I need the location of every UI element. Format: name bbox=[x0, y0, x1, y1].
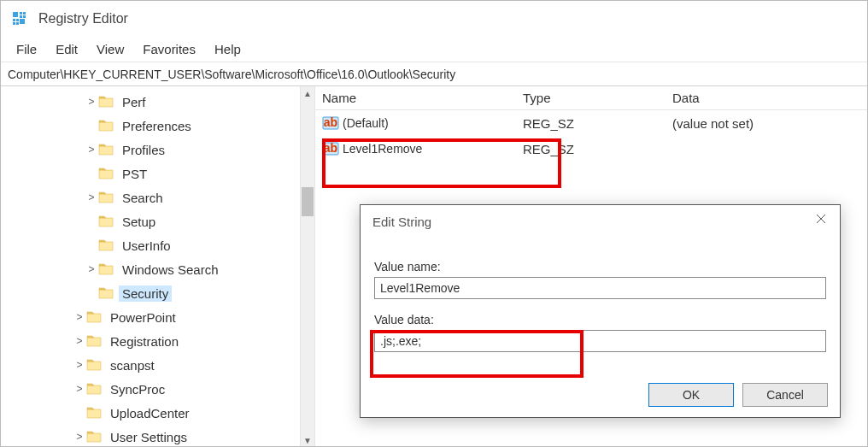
tree-item-userinfo[interactable]: UserInfo bbox=[1, 233, 314, 257]
column-name[interactable]: Name bbox=[315, 87, 516, 109]
svg-rect-4 bbox=[23, 15, 26, 18]
string-value-icon: ab bbox=[322, 141, 339, 156]
svg-rect-2 bbox=[23, 12, 26, 15]
svg-rect-5 bbox=[13, 19, 15, 21]
tree-item-setup[interactable]: Setup bbox=[1, 209, 314, 233]
tree-item-powerpoint[interactable]: >PowerPoint bbox=[1, 305, 314, 329]
chevron-icon[interactable]: > bbox=[74, 431, 85, 443]
folder-icon bbox=[98, 119, 114, 132]
chevron-icon[interactable]: > bbox=[86, 144, 97, 156]
address-text: Computer\HKEY_CURRENT_USER\Software\Micr… bbox=[8, 68, 455, 81]
tree-item-label: Search bbox=[119, 190, 167, 206]
value-data-field[interactable] bbox=[374, 330, 826, 352]
tree-item-label: UploadCenter bbox=[107, 405, 193, 421]
chevron-icon[interactable]: > bbox=[74, 383, 85, 395]
svg-rect-7 bbox=[20, 19, 25, 24]
tree-item-preferences[interactable]: Preferences bbox=[1, 114, 314, 138]
value-data: (value not set) bbox=[666, 115, 867, 132]
tree-item-windows-search[interactable]: >Windows Search bbox=[1, 257, 314, 281]
menu-bar: File Edit View Favorites Help bbox=[1, 37, 867, 62]
folder-icon bbox=[86, 310, 102, 324]
tree-item-label: Profiles bbox=[119, 142, 168, 158]
svg-text:ab: ab bbox=[324, 115, 337, 129]
tree-item-perf[interactable]: >Perf bbox=[1, 90, 314, 114]
folder-icon bbox=[98, 191, 114, 204]
tree-item-uploadcenter[interactable]: UploadCenter bbox=[1, 401, 314, 425]
tree-item-label: User Settings bbox=[107, 429, 191, 445]
chevron-icon[interactable]: > bbox=[86, 191, 97, 203]
chevron-icon[interactable]: > bbox=[74, 311, 85, 323]
tree-item-label: Preferences bbox=[119, 118, 195, 134]
folder-icon bbox=[98, 286, 114, 300]
svg-rect-9 bbox=[16, 22, 19, 25]
tree-item-syncproc[interactable]: >SyncProc bbox=[1, 377, 314, 401]
value-type: REG_SZ bbox=[516, 115, 666, 132]
tree-item-label: PowerPoint bbox=[107, 309, 179, 326]
value-row[interactable]: abLevel1RemoveREG_SZ bbox=[315, 136, 867, 162]
tree-item-pst[interactable]: PST bbox=[1, 162, 314, 185]
close-icon[interactable] bbox=[802, 205, 840, 232]
scroll-thumb[interactable] bbox=[302, 187, 314, 216]
dialog-title: Edit String bbox=[361, 205, 840, 238]
ok-button[interactable]: OK bbox=[648, 383, 734, 407]
title-bar: Registry Editor bbox=[1, 1, 867, 37]
tree-item-registration[interactable]: >Registration bbox=[1, 329, 314, 353]
tree-item-label: Setup bbox=[119, 214, 159, 230]
tree-item-search[interactable]: >Search bbox=[1, 185, 314, 209]
tree-item-label: PST bbox=[119, 166, 150, 182]
value-data bbox=[666, 147, 867, 150]
edit-string-dialog: Edit String Value name: Value data: OK C… bbox=[360, 204, 841, 418]
folder-icon bbox=[98, 215, 114, 228]
app-title: Registry Editor bbox=[38, 11, 128, 26]
svg-rect-3 bbox=[20, 15, 22, 18]
tree-item-label: Windows Search bbox=[119, 262, 222, 278]
tree-item-scanpst[interactable]: >scanpst bbox=[1, 353, 314, 377]
regedit-icon bbox=[13, 12, 26, 26]
menu-help[interactable]: Help bbox=[206, 38, 249, 60]
chevron-icon[interactable]: > bbox=[74, 359, 85, 371]
value-row[interactable]: ab(Default)REG_SZ(value not set) bbox=[315, 110, 867, 136]
tree-scrollbar[interactable]: ▲ ▼ bbox=[300, 86, 314, 447]
tree-item-label: scanpst bbox=[107, 357, 158, 373]
svg-text:ab: ab bbox=[324, 141, 337, 155]
svg-rect-8 bbox=[13, 22, 15, 25]
chevron-icon[interactable]: > bbox=[86, 263, 97, 275]
folder-icon bbox=[86, 358, 102, 372]
tree-item-label: Security bbox=[119, 285, 172, 302]
menu-file[interactable]: File bbox=[8, 38, 45, 60]
tree-item-label: Registration bbox=[107, 333, 182, 350]
tree-item-label: UserInfo bbox=[119, 238, 174, 254]
chevron-icon[interactable]: > bbox=[74, 335, 85, 347]
value-data-label: Value data: bbox=[374, 313, 826, 326]
menu-edit[interactable]: Edit bbox=[47, 38, 86, 60]
folder-icon bbox=[86, 382, 102, 396]
folder-icon bbox=[98, 167, 114, 180]
tree-item-security[interactable]: Security bbox=[1, 281, 314, 305]
folder-icon bbox=[86, 334, 102, 348]
tree-item-label: Perf bbox=[119, 94, 150, 110]
tree-item-profiles[interactable]: >Profiles bbox=[1, 138, 314, 162]
cancel-button[interactable]: Cancel bbox=[742, 383, 828, 407]
folder-icon bbox=[86, 406, 102, 420]
svg-rect-6 bbox=[16, 19, 19, 21]
tree-item-label: SyncProc bbox=[107, 381, 168, 397]
folder-icon bbox=[98, 95, 114, 109]
folder-icon bbox=[98, 143, 114, 156]
scroll-down-icon[interactable]: ▼ bbox=[301, 433, 314, 447]
address-bar[interactable]: Computer\HKEY_CURRENT_USER\Software\Micr… bbox=[1, 62, 867, 86]
svg-rect-1 bbox=[20, 12, 22, 15]
scroll-up-icon[interactable]: ▲ bbox=[301, 86, 314, 101]
string-value-icon: ab bbox=[322, 115, 339, 131]
column-data[interactable]: Data bbox=[666, 87, 867, 109]
svg-rect-0 bbox=[13, 12, 18, 17]
menu-favorites[interactable]: Favorites bbox=[134, 38, 204, 60]
folder-icon bbox=[98, 238, 114, 252]
chevron-icon[interactable]: > bbox=[86, 96, 97, 108]
value-type: REG_SZ bbox=[516, 140, 666, 158]
value-name-field[interactable] bbox=[374, 277, 826, 299]
tree-panel: >PerfPreferences>ProfilesPST>SearchSetup… bbox=[1, 86, 315, 447]
folder-icon bbox=[86, 430, 102, 444]
tree-item-user-settings[interactable]: >User Settings bbox=[1, 425, 314, 447]
menu-view[interactable]: View bbox=[88, 38, 132, 60]
column-type[interactable]: Type bbox=[516, 87, 666, 109]
